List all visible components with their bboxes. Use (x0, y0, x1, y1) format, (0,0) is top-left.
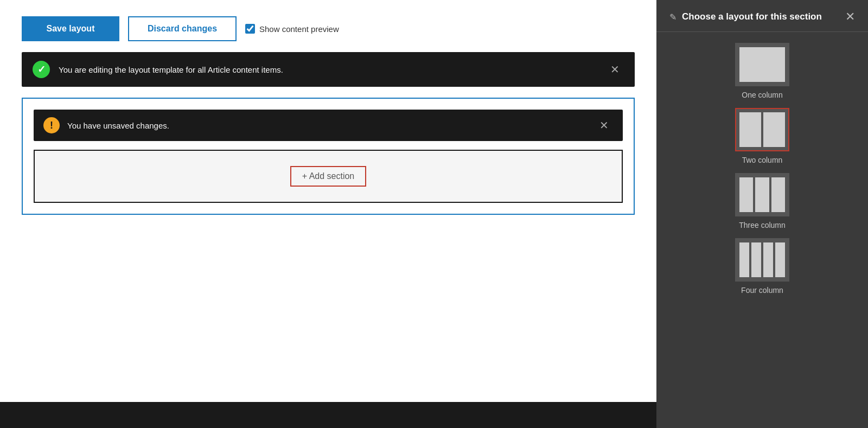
warning-icon: ! (43, 117, 60, 133)
three-column-col-3 (771, 177, 785, 212)
three-column-preview (735, 173, 789, 216)
one-column-col (739, 47, 785, 82)
show-preview-label[interactable]: Show content preview (245, 24, 339, 34)
four-column-col-3 (763, 242, 773, 277)
layout-option-four-column[interactable]: Four column (669, 238, 855, 295)
show-preview-text: Show content preview (259, 24, 339, 34)
info-banner-text: You are editing the layout template for … (59, 65, 597, 74)
panel-close-button[interactable]: ✕ (845, 11, 855, 23)
four-column-label: Four column (741, 286, 783, 295)
one-column-preview (735, 43, 789, 86)
two-column-col-1 (739, 112, 761, 147)
layout-option-three-column[interactable]: Three column (669, 173, 855, 229)
two-column-col-2 (763, 112, 785, 147)
panel-header-content: ✎ Choose a layout for this section (669, 11, 822, 23)
show-preview-checkbox[interactable] (245, 24, 255, 34)
four-column-col-2 (751, 242, 761, 277)
discard-changes-button[interactable]: Discard changes (128, 16, 237, 41)
four-column-col-1 (739, 242, 749, 277)
three-column-label: Three column (739, 221, 786, 229)
warning-banner-text: You have unsaved changes. (67, 121, 588, 130)
one-column-label: One column (742, 91, 782, 99)
panel-header: ✎ Choose a layout for this section ✕ (656, 0, 868, 32)
warning-banner: ! You have unsaved changes. ✕ (34, 110, 623, 141)
section-container: ! You have unsaved changes. ✕ + Add sect… (22, 98, 635, 215)
four-column-col-4 (775, 242, 785, 277)
three-column-col-1 (739, 177, 753, 212)
save-layout-button[interactable]: Save layout (22, 16, 119, 41)
main-content: Save layout Discard changes Show content… (0, 0, 656, 428)
two-column-label: Two column (742, 156, 783, 164)
warning-banner-close-button[interactable]: ✕ (595, 118, 613, 133)
layout-option-one-column[interactable]: One column (669, 43, 855, 99)
layout-option-two-column[interactable]: Two column (669, 108, 855, 164)
add-section-area[interactable]: + Add section (34, 150, 623, 203)
info-banner: You are editing the layout template for … (22, 52, 635, 87)
toolbar: Save layout Discard changes Show content… (22, 16, 635, 41)
panel-title: Choose a layout for this section (682, 11, 822, 23)
info-banner-close-button[interactable]: ✕ (606, 62, 624, 77)
success-icon (33, 61, 50, 78)
four-column-preview (735, 238, 789, 282)
layout-options-list: One column Two column Three column (656, 32, 868, 305)
two-column-preview (735, 108, 789, 151)
pencil-icon: ✎ (669, 12, 676, 22)
layout-sidebar-panel: ✎ Choose a layout for this section ✕ One… (656, 0, 868, 428)
three-column-col-2 (755, 177, 769, 212)
add-section-button[interactable]: + Add section (290, 166, 367, 187)
